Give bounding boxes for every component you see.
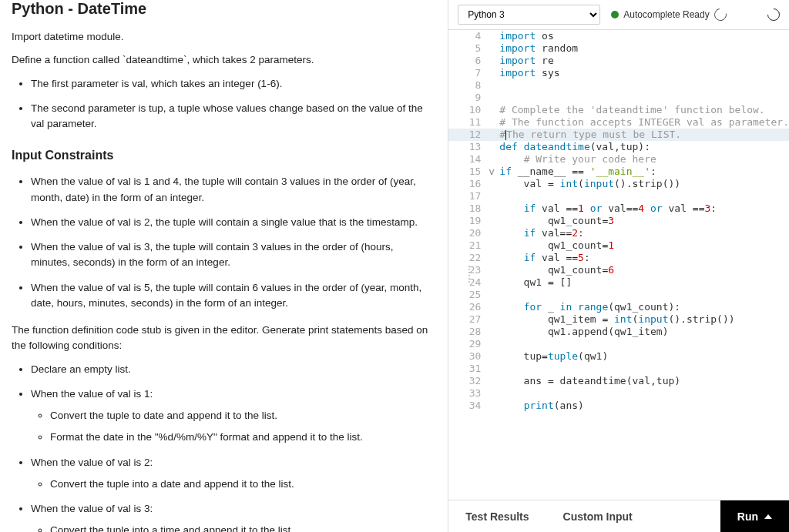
code-line[interactable]: 25 [448,289,789,301]
code-line[interactable]: 34 print(ans) [448,400,789,412]
code-line[interactable]: 6import re [448,55,789,67]
code-line[interactable]: 33 [448,387,789,400]
code-line[interactable]: 4import os [448,30,789,42]
editor-panel: Python 3 Autocomplete Ready 4import os5i… [448,0,789,532]
code-line[interactable]: 26 for _ in range(qw1_count): [448,301,789,313]
status-dot-icon [611,11,619,18]
task-subitem: Convert the tuple to date and append it … [50,408,432,423]
constraints-heading: Input Constraints [12,149,432,162]
code-line[interactable]: 12#The return type must be LIST. [448,129,789,141]
run-label: Run [737,510,758,523]
refresh-icon[interactable] [712,6,729,23]
task-item: When the value of val is 1: Convert the … [31,386,432,446]
pane-drag-handle[interactable] [468,266,475,283]
intro-p2: Define a function called `dateandtime`, … [12,52,432,68]
language-select[interactable]: Python 3 [458,5,600,25]
code-line[interactable]: 16 val = int(input().strip()) [448,178,789,190]
autocomplete-status: Autocomplete Ready [611,8,726,21]
constraint-item: When the value of val is 5, the tuple wi… [31,280,432,312]
code-line[interactable]: 19 qw1_count=3 [448,215,789,227]
task-item: Declare an empty list. [31,362,432,377]
code-line[interactable]: 17 [448,190,789,202]
problem-panel: Python - DateTime Import datetime module… [0,0,448,532]
code-line[interactable]: 20 if val==2: [448,227,789,239]
caret-up-icon [764,514,772,519]
editor-topbar: Python 3 Autocomplete Ready [448,0,789,30]
code-line[interactable]: 28 qw1.append(qw1_item) [448,326,789,338]
code-line[interactable]: 14 # Write your code here [448,153,789,166]
code-editor[interactable]: 4import os5import random6import re7impor… [448,30,789,500]
code-line[interactable]: 22 if val ==5: [448,252,789,264]
task-intro: The function definition code stub is giv… [12,323,432,354]
code-line[interactable]: 23 qw1_count=6 [448,264,789,276]
problem-title: Python - DateTime [12,0,432,18]
constraint-item: When the value of val is 2, the tuple wi… [31,215,432,230]
constraint-item: When the value of val is 1 and 4, the tu… [31,174,432,206]
task-subitem: Convert the tuple into a date and append… [50,477,432,492]
param-item: The second parameter is tup, a tuple who… [31,101,432,132]
reset-icon[interactable] [765,6,783,24]
editor-bottombar: Test Results Custom Input Run [448,500,789,532]
code-line[interactable]: 32 ans = dateandtime(val,tup) [448,375,789,387]
intro-p1: Import datetime module. [12,29,432,45]
run-button[interactable]: Run [720,500,789,533]
code-line[interactable]: 11# The function accepts INTEGER val as … [448,116,789,129]
tab-test-results[interactable]: Test Results [448,500,546,532]
task-subitem: Convert the tuple into a time and append… [50,523,432,532]
code-line[interactable]: 15vif __name__ == '__main__': [448,166,789,178]
code-line[interactable]: 31 [448,363,789,375]
param-item: The first parameter is val, which takes … [31,76,432,92]
code-line[interactable]: 21 qw1_count=1 [448,239,789,252]
constraint-item: When the value of val is 3, the tuple wi… [31,239,432,271]
code-line[interactable]: 27 qw1_item = int(input().strip()) [448,313,789,326]
code-line[interactable]: 29 [448,338,789,350]
task-subitem: Format the date in the "%d/%m/%Y" format… [50,430,432,445]
code-line[interactable]: 24 qw1 = [] [448,276,789,289]
code-line[interactable]: 7import sys [448,67,789,79]
code-line[interactable]: 8 [448,79,789,92]
code-line[interactable]: 18 if val ==1 or val==4 or val ==3: [448,202,789,215]
autocomplete-label: Autocomplete Ready [623,9,709,20]
code-line[interactable]: 13def dateandtime(val,tup): [448,141,789,153]
task-item: When the value of val is 3: Convert the … [31,501,432,532]
tab-custom-input[interactable]: Custom Input [546,500,650,532]
code-line[interactable]: 10# Complete the 'dateandtime' function … [448,104,789,116]
task-item: When the value of val is 2: Convert the … [31,455,432,493]
code-line[interactable]: 5import random [448,42,789,55]
code-line[interactable]: 30 tup=tuple(qw1) [448,350,789,363]
code-line[interactable]: 9 [448,92,789,104]
